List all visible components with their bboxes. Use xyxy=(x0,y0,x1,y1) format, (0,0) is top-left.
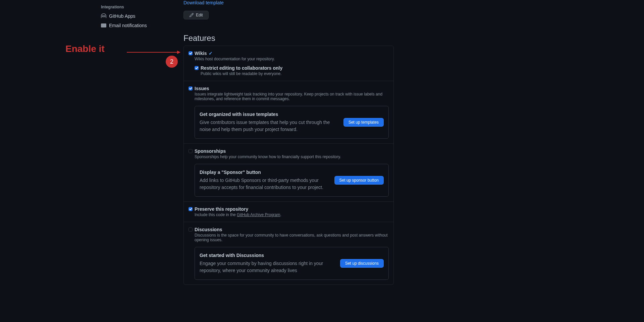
restrict-editing-checkbox[interactable] xyxy=(195,66,199,70)
discussions-promo-title: Get started with Discussions xyxy=(200,253,335,258)
preserve-checkbox[interactable] xyxy=(189,207,193,211)
features-box: Wikis ✓ Wikis host documentation for you… xyxy=(183,46,394,285)
discussions-promo: Get started with Discussions Engage your… xyxy=(195,247,389,280)
issues-title: Issues xyxy=(195,86,209,91)
feature-preserve: Preserve this repository Include this co… xyxy=(184,202,393,222)
issue-templates-promo-desc: Give contributors issue templates that h… xyxy=(200,119,338,133)
mail-icon xyxy=(101,23,106,28)
feature-wikis: Wikis ✓ Wikis host documentation for you… xyxy=(184,46,393,81)
feature-sponsorships: Sponsorships Sponsorships help your comm… xyxy=(184,144,393,202)
setup-discussions-button[interactable]: Set up discussions xyxy=(340,259,384,268)
discussions-desc: Discussions is the space for your commun… xyxy=(195,233,389,242)
features-heading: Features xyxy=(183,34,394,43)
setup-templates-button[interactable]: Set up templates xyxy=(343,118,384,127)
sponsorships-checkbox[interactable] xyxy=(189,149,193,153)
sponsorships-title: Sponsorships xyxy=(195,148,226,154)
discussions-promo-desc: Engage your community by having discussi… xyxy=(200,260,335,274)
svg-marker-1 xyxy=(177,51,180,54)
sidebar-item-github-apps[interactable]: GitHub Apps xyxy=(98,11,183,21)
pencil-icon xyxy=(189,13,194,17)
download-template-link[interactable]: Download template xyxy=(183,0,224,5)
sidebar-heading-integrations: Integrations xyxy=(98,3,183,11)
wikis-checkbox[interactable] xyxy=(189,51,193,55)
sponsorships-desc: Sponsorships help your community know ho… xyxy=(195,154,389,159)
edit-social-preview-button[interactable]: Edit xyxy=(183,11,209,19)
sponsor-button-promo: Display a "Sponsor" button Add links to … xyxy=(195,164,389,197)
issue-templates-promo: Get organized with issue templates Give … xyxy=(195,106,389,139)
wikis-title: Wikis xyxy=(195,51,207,56)
annotation-text: Enable it xyxy=(65,44,105,54)
hubot-icon xyxy=(101,13,106,19)
issues-checkbox[interactable] xyxy=(189,86,193,90)
issues-desc: Issues integrate lightweight task tracki… xyxy=(195,92,389,101)
restrict-editing-title: Restrict editing to collaborators only xyxy=(201,65,282,71)
discussions-checkbox[interactable] xyxy=(189,228,193,232)
settings-sidebar: Integrations GitHub Apps Email notificat… xyxy=(0,0,183,285)
sidebar-item-label: Email notifications xyxy=(109,23,147,28)
wikis-desc: Wikis host documentation for your reposi… xyxy=(195,57,389,61)
sponsor-promo-desc: Add links to GitHub Sponsors or third-pa… xyxy=(200,177,329,191)
restrict-editing-desc: Public wikis will still be readable by e… xyxy=(201,71,389,76)
preserve-title: Preserve this repository xyxy=(195,206,248,212)
feature-issues: Issues Issues integrate lightweight task… xyxy=(184,81,393,144)
check-icon: ✓ xyxy=(209,51,213,56)
archive-program-link[interactable]: GitHub Archive Program xyxy=(237,212,280,217)
discussions-title: Discussions xyxy=(195,227,222,232)
issue-templates-promo-title: Get organized with issue templates xyxy=(200,112,338,117)
setup-sponsor-button[interactable]: Set up sponsor button xyxy=(334,176,384,185)
annotation-step-badge: 2 xyxy=(166,56,178,68)
annotation-arrow xyxy=(127,50,180,54)
feature-discussions: Discussions Discussions is the space for… xyxy=(184,222,393,284)
sidebar-item-email-notifications[interactable]: Email notifications xyxy=(98,21,183,30)
sidebar-item-label: GitHub Apps xyxy=(109,13,136,19)
preserve-desc: Include this code in the GitHub Archive … xyxy=(195,212,389,217)
sponsor-promo-title: Display a "Sponsor" button xyxy=(200,170,329,175)
